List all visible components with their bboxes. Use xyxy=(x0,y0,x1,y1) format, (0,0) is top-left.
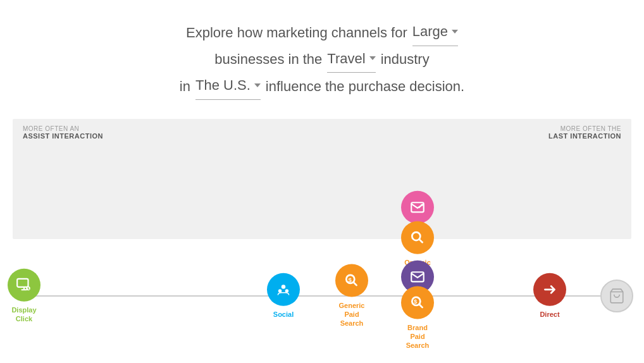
header-line-3: in The U.S. influence the purchase decis… xyxy=(13,73,631,100)
organic-search-circle[interactable] xyxy=(401,221,434,254)
svg-rect-0 xyxy=(17,279,28,287)
industry-dropdown-arrow xyxy=(369,56,376,60)
chart-labels: MORE OFTEN AN ASSIST INTERACTION MORE OF… xyxy=(13,119,631,144)
svg-point-3 xyxy=(278,289,282,292)
header-line-2: businesses in the Travel industry xyxy=(13,46,631,73)
social-circle[interactable] xyxy=(267,273,300,306)
nodes-container: DisplayClick Social $ xyxy=(0,226,644,363)
organic-search-icon xyxy=(409,229,426,245)
svg-text:$: $ xyxy=(414,298,418,305)
generic-paid-search-icon: $ xyxy=(344,272,360,288)
display-click-circle[interactable] xyxy=(8,268,40,301)
header-suffix-2: industry xyxy=(381,47,430,72)
social-icon xyxy=(275,281,292,298)
header-section: Explore how marketing channels for Large… xyxy=(0,0,644,113)
cart-icon xyxy=(609,288,625,304)
industry-dropdown[interactable]: Travel xyxy=(327,46,375,73)
generic-paid-search-circle[interactable]: $ xyxy=(335,264,368,297)
header-suffix-3: influence the purchase decision. xyxy=(266,74,464,99)
display-click-label: DisplayClick xyxy=(11,305,36,323)
assist-label-bottom: ASSIST INTERACTION xyxy=(23,132,103,140)
chart-area: MORE OFTEN AN ASSIST INTERACTION MORE OF… xyxy=(13,119,631,239)
social-label: Social xyxy=(273,310,294,319)
region-dropdown[interactable]: The U.S. xyxy=(195,73,261,100)
node-purchase[interactable] xyxy=(600,280,633,312)
brand-paid-search-label: BrandPaidSearch xyxy=(406,323,430,350)
email-icon xyxy=(409,269,426,285)
header-prefix-3: in xyxy=(180,74,190,99)
header-prefix-1: Explore how marketing channels for xyxy=(186,20,407,46)
size-dropdown[interactable]: Large xyxy=(412,19,458,46)
chart-background: MORE OFTEN AN ASSIST INTERACTION MORE OF… xyxy=(13,119,631,239)
header-prefix-2: businesses in the xyxy=(214,47,322,72)
size-dropdown-value: Large xyxy=(412,19,448,44)
node-social[interactable]: Social xyxy=(267,273,300,319)
industry-dropdown-value: Travel xyxy=(327,46,365,71)
node-brand-paid-search[interactable]: $ BrandPaidSearch xyxy=(401,286,434,350)
generic-paid-search-label: GenericPaidSearch xyxy=(339,300,365,328)
direct-label: Direct xyxy=(540,310,559,319)
brand-paid-search-circle[interactable]: $ xyxy=(401,286,434,319)
node-display-click[interactable]: DisplayClick xyxy=(8,268,40,323)
chart-label-left: MORE OFTEN AN ASSIST INTERACTION xyxy=(23,125,103,140)
last-label-bottom: LAST INTERACTION xyxy=(548,132,621,140)
svg-point-2 xyxy=(282,285,286,289)
referral-circle[interactable] xyxy=(401,191,434,224)
display-click-icon xyxy=(16,276,32,293)
page-container: Explore how marketing channels for Large… xyxy=(0,0,644,363)
size-dropdown-arrow xyxy=(452,30,458,34)
chart-label-right: MORE OFTEN THE LAST INTERACTION xyxy=(548,125,621,140)
direct-circle[interactable] xyxy=(533,273,566,306)
region-dropdown-arrow xyxy=(254,83,261,87)
purchase-circle[interactable] xyxy=(600,280,633,312)
node-generic-paid-search[interactable]: $ GenericPaidSearch xyxy=(335,264,368,328)
node-direct[interactable]: Direct xyxy=(533,273,566,319)
region-dropdown-value: The U.S. xyxy=(195,73,251,98)
last-label-top: MORE OFTEN THE xyxy=(548,125,621,132)
direct-icon xyxy=(542,281,558,298)
svg-point-4 xyxy=(285,289,288,292)
referral-icon xyxy=(409,199,426,216)
header-line-1: Explore how marketing channels for Large xyxy=(13,19,631,46)
assist-label-top: MORE OFTEN AN xyxy=(23,125,103,132)
brand-paid-search-icon: $ xyxy=(409,294,426,311)
svg-text:$: $ xyxy=(349,276,352,283)
